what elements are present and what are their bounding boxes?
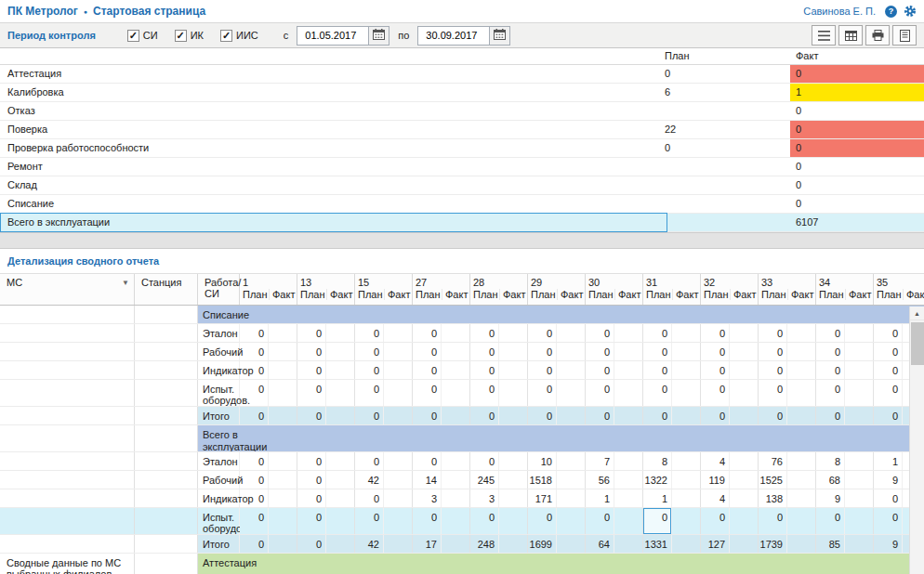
fact-cell[interactable] bbox=[557, 535, 586, 553]
plan-cell[interactable]: 0 bbox=[816, 361, 845, 379]
fact-cell[interactable] bbox=[442, 508, 470, 534]
plan-cell[interactable]: 0 bbox=[413, 324, 442, 342]
plan-cell[interactable]: 0 bbox=[874, 508, 903, 534]
print-button[interactable] bbox=[865, 25, 890, 46]
fact-cell[interactable] bbox=[787, 380, 816, 406]
plan-cell[interactable]: 17 bbox=[413, 535, 442, 553]
summary-row[interactable]: Поверка220 bbox=[0, 121, 924, 139]
fact-cell[interactable] bbox=[499, 471, 528, 489]
fact-cell[interactable] bbox=[442, 343, 470, 360]
fact-cell[interactable] bbox=[384, 407, 413, 424]
plan-cell[interactable]: 0 bbox=[297, 489, 326, 507]
checkbox-box[interactable]: ✓ bbox=[220, 30, 232, 42]
plan-cell[interactable]: 64 bbox=[586, 535, 614, 553]
fact-cell[interactable] bbox=[730, 324, 759, 342]
fact-cell[interactable] bbox=[614, 452, 643, 470]
fact-cell[interactable] bbox=[730, 361, 759, 379]
plan-cell[interactable]: 1739 bbox=[759, 535, 787, 553]
detail-row[interactable]: Рабочий000000000000 bbox=[0, 343, 924, 361]
fact-cell[interactable] bbox=[730, 489, 759, 507]
fact-cell[interactable] bbox=[326, 343, 355, 360]
plan-cell[interactable]: 0 bbox=[701, 324, 730, 342]
fact-cell[interactable] bbox=[326, 407, 355, 424]
fact-cell[interactable] bbox=[499, 489, 528, 507]
plan-cell[interactable]: 0 bbox=[355, 361, 384, 379]
fact-cell[interactable] bbox=[269, 343, 297, 360]
plan-cell[interactable]: 0 bbox=[470, 452, 499, 470]
checkbox-box[interactable]: ✓ bbox=[127, 30, 139, 42]
fact-cell[interactable] bbox=[499, 343, 528, 360]
fact-cell[interactable] bbox=[269, 471, 297, 489]
fact-cell[interactable] bbox=[269, 361, 297, 379]
checkbox-иис[interactable]: ✓ИИС bbox=[220, 30, 258, 42]
fact-cell[interactable] bbox=[557, 489, 586, 507]
plan-cell[interactable]: 1331 bbox=[643, 535, 672, 553]
plan-cell[interactable]: 0 bbox=[240, 407, 269, 424]
plan-cell[interactable]: 56 bbox=[586, 471, 614, 489]
fact-cell[interactable] bbox=[442, 407, 470, 424]
fact-cell[interactable] bbox=[326, 489, 355, 507]
plan-cell[interactable]: 0 bbox=[355, 452, 384, 470]
plan-cell[interactable]: 0 bbox=[355, 324, 384, 342]
fact-cell[interactable] bbox=[672, 535, 701, 553]
plan-cell[interactable]: 0 bbox=[240, 380, 269, 406]
plan-cell[interactable]: 0 bbox=[701, 380, 730, 406]
plan-cell[interactable]: 0 bbox=[643, 324, 672, 342]
fact-cell[interactable] bbox=[384, 343, 413, 360]
plan-cell[interactable]: 0 bbox=[701, 343, 730, 360]
plan-cell[interactable]: 0 bbox=[528, 380, 557, 406]
fact-cell[interactable] bbox=[384, 452, 413, 470]
plan-cell[interactable]: 0 bbox=[701, 407, 730, 424]
report-button[interactable] bbox=[892, 25, 917, 46]
checkbox-ик[interactable]: ✓ИК bbox=[175, 30, 204, 42]
plan-cell[interactable]: 127 bbox=[701, 535, 730, 553]
fact-cell[interactable] bbox=[269, 452, 297, 470]
fact-cell[interactable] bbox=[787, 324, 816, 342]
plan-cell[interactable]: 0 bbox=[470, 324, 499, 342]
fact-cell[interactable] bbox=[384, 380, 413, 406]
plan-cell[interactable]: 1 bbox=[874, 452, 903, 470]
fact-cell[interactable] bbox=[326, 535, 355, 553]
plan-cell[interactable]: 8 bbox=[643, 452, 672, 470]
plan-cell[interactable]: 0 bbox=[816, 343, 845, 360]
fact-cell[interactable] bbox=[672, 452, 701, 470]
fact-cell[interactable] bbox=[269, 407, 297, 424]
plan-cell[interactable]: 42 bbox=[355, 471, 384, 489]
plan-cell[interactable]: 0 bbox=[413, 407, 442, 424]
plan-cell[interactable]: 0 bbox=[355, 508, 384, 534]
plan-cell[interactable]: 0 bbox=[240, 535, 269, 553]
plan-cell[interactable]: 0 bbox=[586, 380, 614, 406]
plan-cell[interactable]: 1518 bbox=[528, 471, 557, 489]
plan-cell[interactable]: 0 bbox=[355, 407, 384, 424]
fact-cell[interactable] bbox=[442, 361, 470, 379]
plan-cell[interactable]: 7 bbox=[586, 452, 614, 470]
plan-cell[interactable]: 0 bbox=[240, 508, 269, 534]
fact-cell[interactable] bbox=[326, 508, 355, 534]
fact-cell[interactable] bbox=[384, 471, 413, 489]
plan-cell[interactable]: 8 bbox=[816, 452, 845, 470]
plan-cell[interactable]: 0 bbox=[874, 324, 903, 342]
plan-cell[interactable]: 0 bbox=[759, 407, 787, 424]
plan-cell[interactable]: 0 bbox=[240, 361, 269, 379]
detail-row[interactable]: Индикатор000000000000 bbox=[0, 361, 924, 380]
plan-cell[interactable]: 0 bbox=[470, 380, 499, 406]
plan-cell[interactable]: 0 bbox=[528, 361, 557, 379]
fact-cell[interactable] bbox=[730, 535, 759, 553]
plan-cell[interactable]: 0 bbox=[355, 380, 384, 406]
plan-cell[interactable]: 9 bbox=[874, 535, 903, 553]
fact-cell[interactable] bbox=[442, 324, 470, 342]
plan-cell[interactable]: 0 bbox=[297, 361, 326, 379]
plan-cell[interactable]: 0 bbox=[874, 380, 903, 406]
checkbox-си[interactable]: ✓СИ bbox=[127, 30, 158, 42]
plan-cell[interactable]: 171 bbox=[528, 489, 557, 507]
plan-cell[interactable]: 0 bbox=[240, 489, 269, 507]
plan-cell[interactable]: 0 bbox=[413, 343, 442, 360]
fact-cell[interactable] bbox=[614, 407, 643, 424]
fact-cell[interactable] bbox=[499, 508, 528, 534]
plan-cell[interactable]: 0 bbox=[874, 361, 903, 379]
plan-cell[interactable]: 0 bbox=[874, 343, 903, 360]
plan-cell[interactable]: 0 bbox=[413, 508, 442, 534]
plan-cell[interactable]: 0 bbox=[297, 471, 326, 489]
plan-cell[interactable]: 3 bbox=[470, 489, 499, 507]
plan-cell[interactable]: 0 bbox=[297, 508, 326, 534]
